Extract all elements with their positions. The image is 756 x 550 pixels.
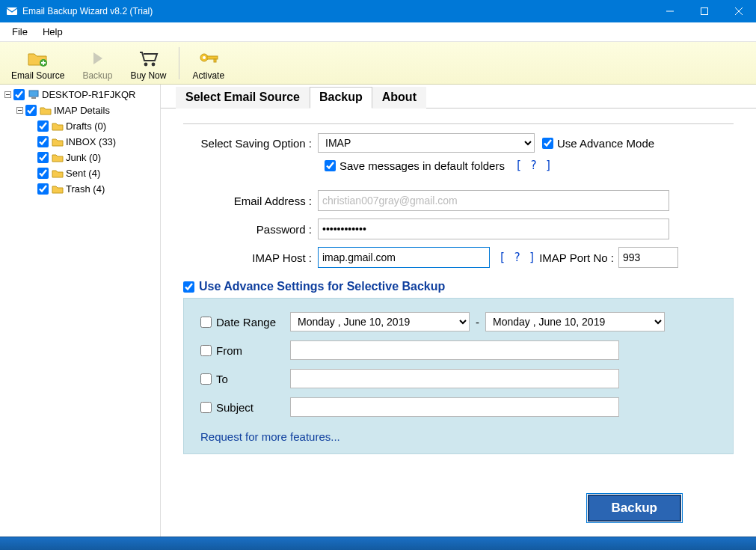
tab-select-source[interactable]: Select Email Source [176, 87, 310, 109]
svg-rect-10 [207, 56, 218, 59]
subject-input[interactable] [290, 397, 619, 417]
tree-imap-details[interactable]: IMAP Details [12, 103, 160, 118]
tree-root-label: DESKTOP-R1FJKQR [42, 89, 135, 100]
tab-about[interactable]: About [372, 87, 426, 109]
from-checkbox[interactable] [200, 345, 212, 356]
svg-point-9 [203, 56, 206, 59]
from-input[interactable] [290, 340, 619, 360]
window-title: Email Backup Wizard v8.2 (Trial) [22, 6, 653, 16]
toolbar-email-source-label: Email Source [11, 70, 64, 81]
toolbar-backup[interactable]: Backup [74, 44, 120, 82]
minimize-button[interactable] [653, 0, 687, 22]
svg-rect-11 [214, 59, 216, 62]
subject-checkbox[interactable] [200, 402, 212, 413]
tree-junk-label: Junk (0) [66, 152, 101, 163]
request-features-link[interactable]: Request for more features... [200, 430, 340, 443]
play-icon [88, 47, 106, 70]
use-advance-settings-label: Use Advance Settings for Selective Backu… [199, 280, 445, 293]
imap-host-input[interactable] [318, 247, 490, 268]
tree-drafts-label: Drafts (0) [66, 120, 106, 132]
tab-strip: Select Email Source Backup About [161, 86, 756, 109]
toolbar-activate[interactable]: Activate [184, 44, 233, 82]
app-icon [6, 5, 18, 17]
save-default-folders-checkbox[interactable] [325, 160, 336, 171]
tree-folder-trash[interactable]: Trash (4) [24, 181, 160, 197]
date-range-start[interactable]: Monday , June 10, 2019 [290, 312, 470, 331]
tree-folder-sent[interactable]: Sent (4) [24, 165, 160, 181]
main-panel: Select Email Source Backup About Select … [161, 85, 756, 537]
svg-rect-0 [7, 7, 17, 15]
tree-trash-checkbox[interactable] [37, 183, 49, 195]
folder-icon [39, 106, 52, 115]
toolbar-backup-label: Backup [82, 70, 112, 81]
maximize-button[interactable] [687, 0, 722, 22]
saving-option-select[interactable]: IMAP [318, 133, 535, 153]
svg-rect-2 [701, 8, 708, 15]
collapse-icon[interactable] [3, 91, 12, 100]
svg-point-6 [144, 63, 148, 67]
key-icon [197, 47, 220, 70]
menu-help[interactable]: Help [35, 23, 70, 40]
date-range-end[interactable]: Monday , June 10, 2019 [485, 312, 665, 331]
imap-port-input[interactable] [618, 247, 678, 268]
tab-backup[interactable]: Backup [310, 87, 372, 109]
toolbar-buy-now-label: Buy Now [130, 70, 166, 81]
tree-root-desktop[interactable]: DESKTOP-R1FJKQR [0, 87, 160, 103]
to-input[interactable] [290, 369, 619, 388]
folder-icon [51, 137, 64, 147]
tree-root-checkbox[interactable] [13, 89, 25, 100]
to-checkbox[interactable] [200, 373, 212, 385]
svg-rect-14 [29, 91, 38, 97]
close-button[interactable] [722, 0, 756, 22]
tree-inbox-label: INBOX (33) [66, 136, 116, 147]
subject-label: Subject [216, 401, 253, 414]
svg-rect-15 [31, 97, 36, 99]
backup-button[interactable]: Backup [588, 495, 681, 522]
cart-icon [138, 47, 159, 70]
help-link-default-folders[interactable]: [ ? ] [515, 159, 553, 172]
tree-junk-checkbox[interactable] [37, 152, 49, 163]
menu-bar: File Help [0, 22, 756, 42]
toolbar-activate-label: Activate [192, 70, 224, 81]
tree-imap-checkbox[interactable] [25, 105, 37, 116]
toolbar-email-source[interactable]: Email Source [3, 44, 73, 82]
divider [183, 123, 734, 124]
title-bar: Email Backup Wizard v8.2 (Trial) [0, 0, 756, 22]
password-label: Password : [183, 223, 318, 236]
tree-drafts-checkbox[interactable] [37, 120, 49, 132]
help-link-host[interactable]: [ ? ] [499, 251, 536, 264]
backup-tab-content: Select Saving Option : IMAP Use Advance … [161, 109, 756, 537]
saving-option-label: Select Saving Option : [183, 137, 318, 150]
status-bar [0, 537, 756, 550]
use-advance-settings-checkbox[interactable] [183, 281, 194, 293]
computer-icon [27, 90, 40, 100]
tree-sent-checkbox[interactable] [37, 168, 49, 179]
toolbar: Email Source Backup Buy Now Activate [0, 42, 756, 85]
email-address-label: Email Address : [183, 195, 318, 207]
tree-imap-label: IMAP Details [54, 105, 110, 116]
save-default-folders-label: Save messages in default folders [339, 159, 505, 172]
menu-file[interactable]: File [4, 23, 35, 40]
tree-folder-drafts[interactable]: Drafts (0) [24, 118, 160, 134]
tree-folder-inbox[interactable]: INBOX (33) [24, 134, 160, 150]
use-advance-mode-checkbox[interactable] [542, 138, 553, 149]
tree-trash-label: Trash (4) [66, 183, 105, 195]
advance-settings-panel: Date Range Monday , June 10, 2019 - Mond… [183, 298, 734, 454]
tree-folder-junk[interactable]: Junk (0) [24, 150, 160, 165]
folder-icon [51, 153, 64, 162]
date-range-label: Date Range [216, 316, 276, 329]
password-input[interactable] [318, 219, 669, 239]
collapse-icon[interactable] [15, 106, 24, 115]
toolbar-buy-now[interactable]: Buy Now [122, 44, 174, 82]
email-address-input[interactable] [318, 190, 669, 211]
tree-sent-label: Sent (4) [66, 168, 100, 179]
date-range-dash: - [476, 316, 479, 329]
date-range-checkbox[interactable] [200, 317, 212, 328]
folder-add-icon [27, 47, 49, 70]
imap-port-label: IMAP Port No : [539, 251, 614, 264]
tree-inbox-checkbox[interactable] [37, 136, 49, 147]
svg-point-7 [152, 63, 156, 67]
folder-icon [51, 168, 64, 178]
folder-icon [51, 184, 64, 194]
imap-host-label: IMAP Host : [183, 251, 318, 264]
